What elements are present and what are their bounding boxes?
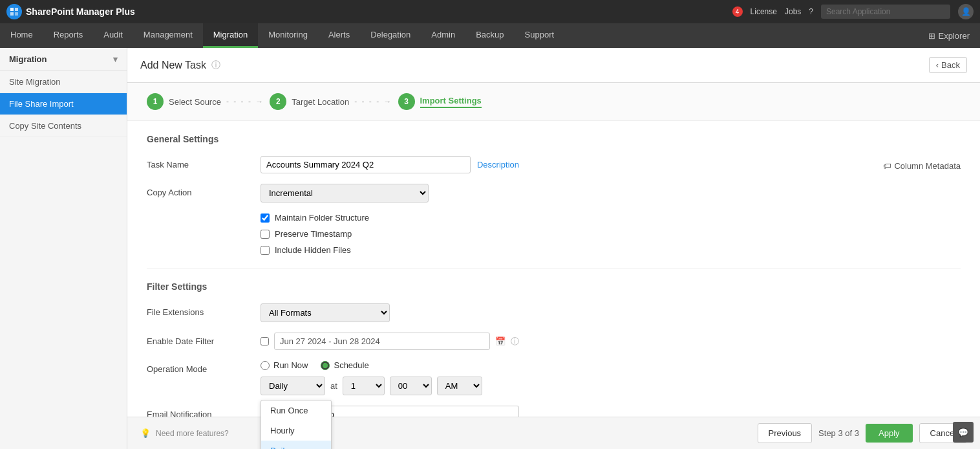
avatar[interactable]: 👤 [958,4,974,19]
file-ext-label: File Extensions [147,303,250,317]
column-metadata-label: Column Metadata [894,161,961,171]
svg-rect-1 [15,8,18,11]
main-content: Add New Task ⓘ ‹ Back 1 Select Source - … [127,48,980,449]
footer: 💡 Need more features? Previous Step 3 of… [127,417,980,449]
license-link[interactable]: License [751,7,777,16]
nav-item-monitoring[interactable]: Monitoring [258,23,318,48]
schedule-controls-row: Daily Run Once Hourly Daily Weekly Month… [261,377,519,395]
back-button[interactable]: ‹ Back [929,57,967,73]
date-filter-help-icon[interactable]: ⓘ [511,336,519,347]
previous-button[interactable]: Previous [758,423,813,443]
section-divider [147,268,961,268]
nav-item-home[interactable]: Home [0,23,43,48]
minute-select[interactable]: 00153045 [390,377,432,395]
date-range-input[interactable] [274,333,490,350]
task-header: Add New Task ⓘ ‹ Back [127,48,980,83]
nav-item-reports[interactable]: Reports [43,23,94,48]
step-3-circle: 3 [398,93,415,110]
nav-item-admin[interactable]: Admin [421,23,465,48]
file-ext-row: File Extensions All Formats Documents Im… [147,303,961,322]
date-filter-checkbox[interactable] [261,337,269,345]
maintain-folder-label: Maintain Folder Structure [275,213,369,223]
step-1: 1 Select Source [147,93,221,110]
include-hidden-row: Include Hidden Files [261,245,961,255]
dropdown-daily[interactable]: Daily [261,441,331,449]
date-filter-row: Enable Date Filter 📅 ⓘ [147,333,961,350]
sidebar-chevron-icon: ▾ [113,54,118,64]
task-help-icon[interactable]: ⓘ [211,60,220,71]
top-bar-left: SharePoint Manager Plus [6,4,135,19]
nav-bar: Home Reports Audit Management Migration … [0,23,980,48]
schedule-option[interactable]: Schedule [321,360,368,370]
sidebar-item-site-migration[interactable]: Site Migration [0,71,127,93]
sidebar-item-copy-site-contents[interactable]: Copy Site Contents [0,115,127,137]
preserve-timestamp-label: Preserve Timestamp [275,229,352,239]
radio-group: Run Now Schedule [261,360,519,370]
nav-item-alerts[interactable]: Alerts [318,23,360,48]
step-dots-2: - - - - → [354,97,392,106]
main-layout: Migration ▾ Site Migration File Share Im… [0,48,980,449]
apply-button[interactable]: Apply [866,424,913,443]
include-hidden-checkbox[interactable] [261,246,270,255]
nav-item-migration[interactable]: Migration [203,23,258,48]
explorer-label: Explorer [939,31,970,41]
calendar-icon[interactable]: 📅 [495,336,506,346]
search-input[interactable] [821,5,950,19]
step-3: 3 Import Settings [398,93,482,110]
step-2: 2 Target Location [270,93,349,110]
operation-mode-control: Run Now Schedule Daily [261,360,519,395]
need-features-link[interactable]: Need more features? [156,429,229,438]
hour-select[interactable]: 12312 [343,377,385,395]
help-link[interactable]: ? [809,7,813,16]
copy-action-select[interactable]: Incremental Full [261,184,429,203]
task-name-row: Task Name Description [147,156,961,173]
nav-item-audit[interactable]: Audit [93,23,133,48]
copy-action-control: Incremental Full [261,184,519,203]
maintain-folder-row: Maintain Folder Structure [261,213,961,223]
task-header-left: Add New Task ⓘ [140,60,220,71]
nav-item-backup[interactable]: Backup [465,23,514,48]
step-1-label: Select Source [169,97,221,107]
dropdown-run-once[interactable]: Run Once [261,400,331,421]
back-chevron-icon: ‹ [936,60,939,70]
column-metadata-link[interactable]: 🏷 Column Metadata [883,161,961,171]
preserve-timestamp-checkbox[interactable] [261,230,270,239]
page-title: Add New Task [140,60,206,71]
checkboxes-section: Maintain Folder Structure Preserve Times… [261,213,961,255]
date-filter-label: Enable Date Filter [147,333,250,346]
run-now-radio[interactable] [261,361,270,370]
nav-item-delegation[interactable]: Delegation [360,23,421,48]
nav-item-management[interactable]: Management [133,23,203,48]
description-link[interactable]: Description [477,160,519,170]
app-logo: SharePoint Manager Plus [6,4,135,19]
notification-badge[interactable]: 4 [732,6,743,17]
top-bar-right: 4 License Jobs ? 👤 [732,4,974,19]
schedule-radio[interactable] [321,361,330,370]
run-now-option[interactable]: Run Now [261,360,308,370]
step-3-label: Import Settings [420,96,482,108]
filter-settings-title: Filter Settings [147,281,961,292]
jobs-link[interactable]: Jobs [785,7,801,16]
schedule-select[interactable]: Daily [261,377,325,395]
explorer-button[interactable]: ⊞ Explorer [918,23,980,48]
operation-mode-row: Operation Mode Run Now Schedule [147,360,961,395]
preserve-timestamp-row: Preserve Timestamp [261,229,961,239]
step-2-circle: 2 [270,93,286,110]
ampm-select[interactable]: AMPM [437,377,482,395]
sidebar-item-file-share-import[interactable]: File Share Import [0,93,127,115]
nav-item-support[interactable]: Support [515,23,565,48]
maintain-folder-checkbox[interactable] [261,214,270,223]
step-2-label: Target Location [292,97,349,107]
dropdown-hourly[interactable]: Hourly [261,421,331,441]
file-ext-select[interactable]: All Formats Documents Images Videos [261,303,390,322]
date-filter-input-row: 📅 ⓘ [261,333,519,350]
steps-indicator: 1 Select Source - - - - → 2 Target Locat… [127,83,980,121]
task-name-input[interactable] [261,156,471,173]
copy-action-row: Copy Action Incremental Full [147,184,961,203]
date-filter-control: 📅 ⓘ [261,333,519,350]
svg-rect-3 [15,12,18,16]
explorer-icon: ⊞ [928,31,935,41]
schedule-dropdown-overlay: Run Once Hourly Daily Weekly Monthly [261,400,332,449]
chat-icon[interactable]: 💬 [953,422,974,443]
footer-left: 💡 Need more features? [140,428,229,438]
